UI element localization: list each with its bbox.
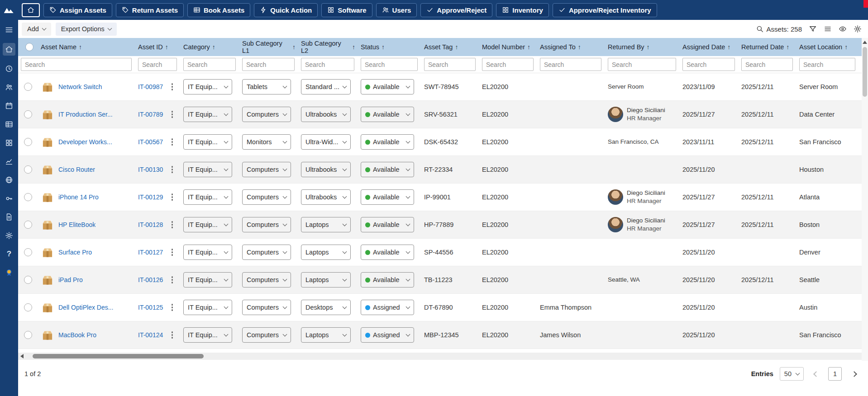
search-icon[interactable] <box>756 25 764 33</box>
category-dropdown[interactable]: IT Equip... <box>183 272 232 288</box>
sort-asc-icon[interactable] <box>79 43 82 51</box>
row-menu-icon[interactable] <box>170 220 175 230</box>
col-header-model-number[interactable]: Model Number <box>479 38 537 56</box>
return-assets-button[interactable]: Return Assets <box>116 3 184 17</box>
row-select-radio[interactable] <box>24 83 32 91</box>
asset-id-link[interactable]: IT-00129 <box>138 193 163 201</box>
asset-name-link[interactable]: Cisco Router <box>58 166 95 173</box>
col-header-asset-name[interactable]: Asset Name <box>38 38 135 56</box>
asset-id-link[interactable]: IT-00128 <box>138 221 163 228</box>
search-input-asset-name[interactable] <box>21 58 132 71</box>
asset-id-link[interactable]: IT-00567 <box>138 138 163 146</box>
asset-id-link[interactable]: IT-00124 <box>138 331 163 339</box>
status-dropdown[interactable]: Available <box>361 107 414 122</box>
asset-name-link[interactable]: HP EliteBook <box>58 221 95 228</box>
sort-asc-icon[interactable] <box>165 43 168 51</box>
sidebar-item-calendar[interactable] <box>3 100 15 111</box>
sort-asc-icon[interactable] <box>212 43 215 51</box>
status-dropdown[interactable]: Available <box>361 134 414 150</box>
prev-page-button[interactable] <box>810 368 822 380</box>
search-input-sub-category-l1[interactable] <box>242 58 295 71</box>
row-select-radio[interactable] <box>24 303 32 311</box>
sub-category-l2-dropdown[interactable]: Ultrabooks <box>301 162 351 177</box>
row-select-radio[interactable] <box>24 110 32 118</box>
category-dropdown[interactable]: IT Equip... <box>183 162 232 177</box>
sub-category-l2-dropdown[interactable]: Standard ... <box>301 79 351 94</box>
category-dropdown[interactable]: IT Equip... <box>183 107 232 122</box>
asset-name-link[interactable]: iPad Pro <box>58 276 83 283</box>
category-dropdown[interactable]: IT Equip... <box>183 217 232 232</box>
sort-asc-icon[interactable] <box>352 43 355 51</box>
row-menu-icon[interactable] <box>170 275 175 285</box>
horizontal-scrollbar-thumb[interactable] <box>33 354 204 358</box>
sidebar-item-users[interactable] <box>3 82 15 93</box>
search-input-status[interactable] <box>361 58 418 71</box>
asset-id-link[interactable]: IT-00789 <box>138 111 163 118</box>
list-view-icon[interactable] <box>824 25 832 33</box>
sort-asc-icon[interactable] <box>578 43 581 51</box>
asset-id-link[interactable]: IT-00130 <box>138 166 163 173</box>
filter-icon[interactable] <box>809 25 817 33</box>
current-page-button[interactable]: 1 <box>828 367 842 381</box>
home-button[interactable] <box>22 3 40 17</box>
eye-icon[interactable] <box>839 25 847 33</box>
sub-category-l1-dropdown[interactable]: Computers <box>242 245 291 260</box>
approve-reject-button[interactable]: Approve/Reject <box>420 3 492 17</box>
sub-category-l1-dropdown[interactable]: Computers <box>242 272 291 288</box>
asset-id-link[interactable]: IT-00987 <box>138 83 163 90</box>
row-select-radio[interactable] <box>24 331 32 339</box>
row-menu-icon[interactable] <box>170 192 175 202</box>
quick-action-button[interactable]: Quick Action <box>254 3 318 17</box>
search-input-sub-category-l2[interactable] <box>301 58 354 71</box>
sidebar-item-web[interactable] <box>3 174 15 185</box>
sort-asc-icon[interactable] <box>455 43 458 51</box>
col-header-assigned-date[interactable]: Assigned Date <box>680 38 739 56</box>
sidebar-item-reports[interactable] <box>3 156 15 167</box>
status-dropdown[interactable]: Assigned <box>361 327 414 343</box>
sort-asc-icon[interactable] <box>786 43 789 51</box>
sub-category-l1-dropdown[interactable]: Monitors <box>242 134 291 150</box>
sub-category-l2-dropdown[interactable]: Laptops <box>301 217 351 232</box>
sidebar-item-tools[interactable] <box>3 193 15 204</box>
asset-id-link[interactable]: IT-00127 <box>138 249 163 256</box>
sort-asc-icon[interactable] <box>382 43 385 51</box>
sub-category-l1-dropdown[interactable]: Computers <box>242 162 291 177</box>
col-header-sub-category-l2[interactable]: Sub Category L2 <box>298 38 358 56</box>
status-dropdown[interactable]: Available <box>361 272 414 288</box>
vertical-scrollbar[interactable] <box>862 38 868 361</box>
search-input-returned-date[interactable] <box>741 58 793 71</box>
row-select-radio[interactable] <box>24 248 32 256</box>
category-dropdown[interactable]: IT Equip... <box>183 327 232 343</box>
select-all-radio[interactable] <box>25 43 33 51</box>
category-dropdown[interactable]: IT Equip... <box>183 300 232 315</box>
search-input-model-number[interactable] <box>482 58 534 71</box>
inventory-button[interactable]: Inventory <box>496 3 549 17</box>
col-header-category[interactable]: Category <box>181 38 239 56</box>
col-header-sub-category-l1[interactable]: Sub Category L1 <box>239 38 298 56</box>
row-menu-icon[interactable] <box>170 165 175 174</box>
software-button[interactable]: Software <box>321 3 372 17</box>
col-header-asset-id[interactable]: Asset ID <box>135 38 181 56</box>
entries-per-page-select[interactable]: 50 <box>780 367 804 381</box>
book-assets-button[interactable]: Book Assets <box>187 3 250 17</box>
sub-category-l1-dropdown[interactable]: Computers <box>242 217 291 232</box>
row-menu-icon[interactable] <box>170 330 175 340</box>
row-menu-icon[interactable] <box>170 302 175 312</box>
category-dropdown[interactable]: IT Equip... <box>183 134 232 150</box>
sidebar-item-asset-table[interactable] <box>3 119 15 130</box>
sort-asc-icon[interactable] <box>727 43 730 51</box>
row-select-radio[interactable] <box>24 138 32 146</box>
col-header-asset-location[interactable]: Asset Location <box>796 38 859 56</box>
sub-category-l1-dropdown[interactable]: Tablets <box>242 79 291 94</box>
status-dropdown[interactable]: Available <box>361 217 414 232</box>
asset-id-link[interactable]: IT-00125 <box>138 304 163 311</box>
sub-category-l2-dropdown[interactable]: Laptops <box>301 272 351 288</box>
row-menu-icon[interactable] <box>170 247 175 257</box>
sidebar-item-home[interactable] <box>3 43 15 56</box>
asset-name-link[interactable]: Developer Works... <box>58 138 112 146</box>
status-dropdown[interactable]: Available <box>361 189 414 205</box>
sub-category-l2-dropdown[interactable]: Laptops <box>301 327 351 343</box>
sub-category-l1-dropdown[interactable]: Computers <box>242 107 291 122</box>
sort-asc-icon[interactable] <box>527 43 530 51</box>
asset-name-link[interactable]: IT Production Ser... <box>58 111 113 118</box>
